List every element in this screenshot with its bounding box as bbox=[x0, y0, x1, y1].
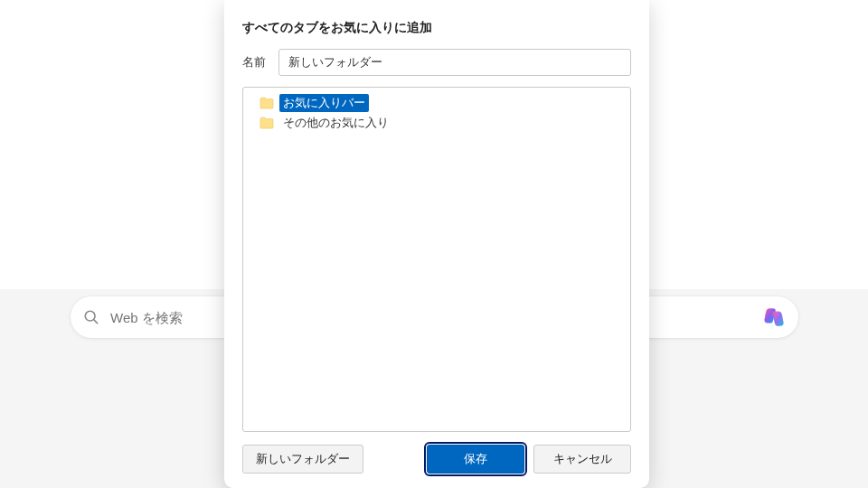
save-button[interactable]: 保存 bbox=[427, 445, 524, 474]
dialog-button-row: 新しいフォルダー 保存 キャンセル bbox=[242, 445, 631, 474]
tree-item-favorites-bar[interactable]: お気に入りバー bbox=[247, 93, 627, 113]
name-row: 名前 bbox=[242, 49, 631, 76]
tree-item-other-favorites[interactable]: その他のお気に入り bbox=[247, 113, 627, 133]
tree-item-label: その他のお気に入り bbox=[279, 114, 392, 132]
add-favorites-dialog: すべてのタブをお気に入りに追加 名前 お気に入りバー その他のお気に入り 新しい… bbox=[224, 0, 649, 488]
folder-icon bbox=[259, 97, 274, 109]
folder-tree[interactable]: お気に入りバー その他のお気に入り bbox=[242, 87, 631, 432]
copilot-icon[interactable] bbox=[762, 305, 786, 329]
cancel-button[interactable]: キャンセル bbox=[533, 445, 631, 474]
name-label: 名前 bbox=[242, 54, 266, 70]
new-folder-button[interactable]: 新しいフォルダー bbox=[242, 445, 363, 474]
folder-name-input[interactable] bbox=[278, 49, 631, 76]
dialog-title: すべてのタブをお気に入りに追加 bbox=[242, 20, 631, 36]
folder-icon bbox=[259, 117, 274, 129]
search-icon bbox=[83, 309, 99, 325]
svg-point-0 bbox=[85, 311, 95, 321]
tree-item-label: お気に入りバー bbox=[279, 94, 369, 112]
svg-line-1 bbox=[94, 320, 98, 324]
